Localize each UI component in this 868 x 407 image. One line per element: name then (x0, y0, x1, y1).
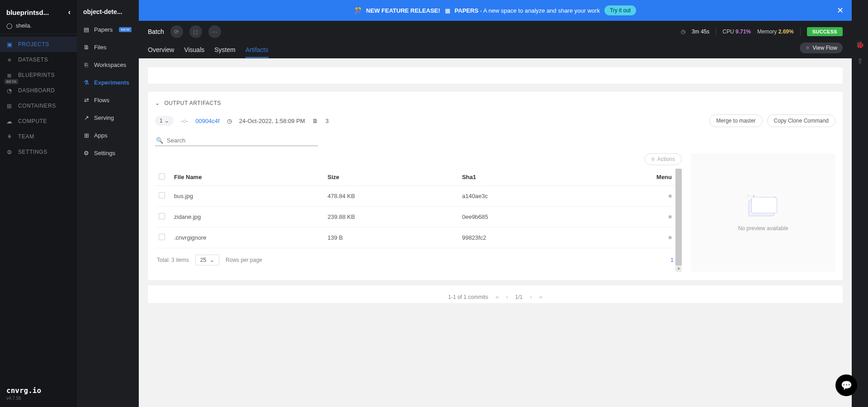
row-menu-icon[interactable]: ≡ (668, 234, 672, 241)
commits-page: 1/1 (515, 294, 523, 300)
bug-icon[interactable]: 🐞 (856, 41, 864, 49)
nav-label: DASHBOARD (18, 87, 55, 94)
nav-datasets[interactable]: ≡DATASETS (0, 52, 77, 67)
proj-nav-serving[interactable]: ↗Serving (77, 109, 139, 127)
more-button[interactable]: ⋯ (208, 25, 221, 38)
nav-blueprints[interactable]: ≣BLUEPRINTSBETA (0, 67, 77, 83)
main-area: 🎊 NEW FEATURE RELEASE! ▦ PAPERS - A new … (139, 0, 852, 407)
refresh-button[interactable]: ⟳ (170, 25, 183, 38)
commit-date: 24-Oct-2022, 1:58:09 PM (239, 118, 305, 124)
view-flow-label: View Flow (813, 45, 837, 51)
files-table: File Name Size Sha1 Menu bus.jpg 478.84 … (155, 169, 675, 248)
col-sha[interactable]: Sha1 (458, 169, 588, 186)
nav-dashboard[interactable]: ◔DASHBOARD (0, 83, 77, 98)
table-row[interactable]: bus.jpg 478.84 KB a140ae3c ≡ (155, 186, 675, 207)
proj-nav-label: Flows (94, 97, 109, 104)
folder-empty-icon: + · ✦ + (745, 194, 781, 219)
commits-pager: 1-1 of 1 commits « ‹ 1/1 › » (148, 285, 843, 303)
merge-to-master-button[interactable]: Merge to master (709, 114, 762, 127)
upload-icon[interactable]: ⇧ (857, 57, 863, 65)
tab-artifacts[interactable]: Artifacts (245, 43, 269, 58)
proj-nav-settings[interactable]: ⚙Settings (77, 144, 139, 162)
table-scrollbar[interactable]: ▾ (675, 169, 682, 272)
try-it-out-button[interactable]: Try it out (604, 5, 636, 15)
proj-nav-icon: ⇄ (83, 97, 90, 104)
new-badge: NEW (119, 27, 132, 32)
tab-system[interactable]: System (214, 43, 236, 58)
commit-count-dropdown[interactable]: 1⌄ (155, 116, 174, 126)
cell-filename: bus.jpg (170, 186, 324, 207)
prev-page-button[interactable]: ‹ (506, 293, 508, 300)
next-page-button[interactable]: › (530, 293, 532, 300)
nav-projects[interactable]: ▣PROJECTS (0, 37, 77, 52)
clock-icon: ◷ (227, 118, 232, 124)
status-badge: SUCCESS (807, 27, 843, 36)
experiment-title: Batch (148, 28, 164, 35)
experiment-tabs: OverviewVisualsSystemArtifacts ⚛ View Fl… (139, 38, 852, 58)
stop-button[interactable]: ◻ (189, 25, 202, 38)
banner-name: PAPERS (455, 7, 479, 14)
row-checkbox[interactable] (159, 234, 165, 240)
actions-button[interactable]: ≡ Actions (645, 153, 682, 165)
svg-text:+ · ✦: + · ✦ (747, 194, 755, 198)
chat-launcher[interactable]: 💬 (835, 374, 857, 396)
nav-settings[interactable]: ⚙SETTINGS (0, 144, 77, 160)
proj-nav-apps[interactable]: ⊞Apps (77, 127, 139, 144)
col-filename[interactable]: File Name (170, 169, 324, 186)
proj-nav-label: Settings (94, 150, 115, 156)
last-page-button[interactable]: » (539, 293, 542, 300)
commit-icon: -○- (181, 118, 189, 124)
cell-filename: .cnvrgignore (170, 227, 324, 248)
memory-value: 2.69% (778, 28, 794, 35)
proj-nav-workspaces[interactable]: ⎘Workspaces (77, 56, 139, 74)
cell-sha: a140ae3c (458, 186, 588, 207)
select-all-checkbox[interactable] (159, 173, 165, 180)
row-menu-icon[interactable]: ≡ (668, 193, 672, 199)
project-sidebar: object-dete... ▤PapersNEW🗎Files⎘Workspac… (77, 0, 139, 407)
cell-size: 239.88 KB (324, 207, 458, 227)
copy-clone-command-button[interactable]: Copy Clone Command (767, 114, 835, 127)
user-name: sheila. (16, 23, 32, 29)
banner-headline: NEW FEATURE RELEASE! (366, 7, 440, 14)
proj-nav-icon: ↗ (83, 115, 90, 121)
table-row[interactable]: .cnvrgignore 139 B 99823fc2 ≡ (155, 227, 675, 248)
nav-icon: ⊞ (6, 103, 13, 109)
collapse-section-icon[interactable]: ⌄ (155, 100, 160, 106)
nav-containers[interactable]: ⊞CONTAINERS (0, 98, 77, 114)
chevron-down-icon: ⌄ (210, 257, 214, 263)
svg-rect-1 (751, 197, 777, 213)
nav-team[interactable]: ⚘TEAM (0, 129, 77, 144)
row-checkbox[interactable] (159, 213, 165, 219)
proj-nav-icon: ⚙ (83, 150, 90, 156)
row-menu-icon[interactable]: ≡ (668, 213, 672, 220)
proj-nav-files[interactable]: 🗎Files (77, 38, 139, 56)
search-input[interactable] (167, 137, 317, 144)
primary-sidebar: blueprintsd... ‹ ◯ sheila. ▣PROJECTS≡DAT… (0, 0, 77, 407)
row-checkbox[interactable] (159, 192, 165, 199)
cell-sha: 99823fc2 (458, 227, 588, 248)
page-size-select[interactable]: 25⌄ (195, 255, 219, 265)
tab-overview[interactable]: Overview (148, 43, 174, 58)
tab-visuals[interactable]: Visuals (184, 43, 204, 58)
cell-size: 139 B (324, 227, 458, 248)
commit-hash[interactable]: 00904c4f (195, 118, 220, 124)
note-icon: ▦ (445, 7, 450, 14)
close-icon[interactable]: ✕ (837, 5, 844, 15)
view-flow-button[interactable]: ⚛ View Flow (800, 43, 843, 53)
proj-nav-papers[interactable]: ▤PapersNEW (77, 21, 139, 38)
first-page-button[interactable]: « (495, 293, 499, 300)
table-row[interactable]: zidane.jpg 239.88 KB 0ee9b685 ≡ (155, 207, 675, 227)
nav-icon: ▣ (6, 41, 13, 47)
proj-nav-label: Papers (94, 26, 113, 33)
proj-nav-flows[interactable]: ⇄Flows (77, 91, 139, 109)
cell-sha: 0ee9b685 (458, 207, 588, 227)
col-size[interactable]: Size (324, 169, 458, 186)
nav-icon: ◔ (6, 87, 13, 94)
proj-nav-icon: ⎘ (83, 62, 90, 68)
proj-nav-experiments[interactable]: ⚗Experiments (77, 74, 139, 91)
search-field[interactable]: 🔍 (155, 135, 318, 146)
collapse-icon[interactable]: ‹ (68, 8, 71, 16)
page-number[interactable]: 1 (670, 257, 674, 263)
nav-compute[interactable]: ☁COMPUTE (0, 114, 77, 129)
scroll-down-icon[interactable]: ▾ (675, 265, 682, 272)
